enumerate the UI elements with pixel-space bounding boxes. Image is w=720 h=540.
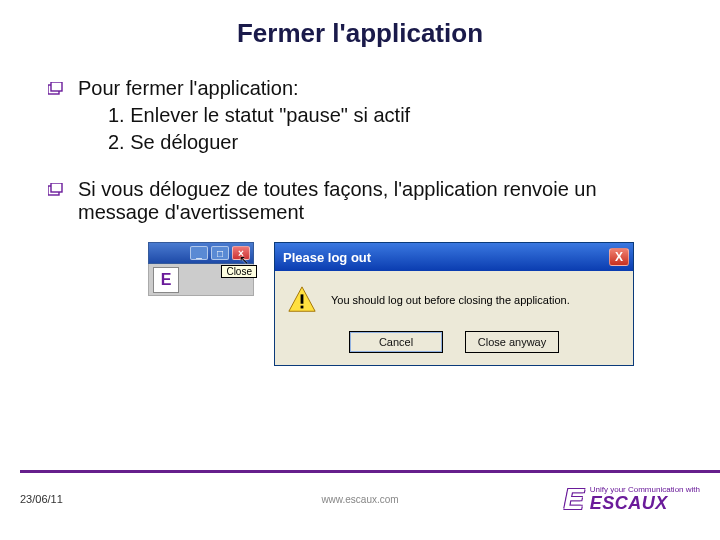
- svg-rect-3: [51, 183, 62, 192]
- bullet-2: Si vous déloguez de toutes façons, l'app…: [48, 178, 680, 224]
- minimize-icon: _: [190, 246, 208, 260]
- numbered-item-1: 1. Enlever le statut "pause" si actif: [108, 102, 680, 129]
- bullet-1-text: Pour fermer l'application:: [78, 77, 299, 100]
- footer-url: www.escaux.com: [321, 494, 398, 505]
- maximize-icon: □: [211, 246, 229, 260]
- mini-titlebar: _ □ × ↖ Close: [148, 242, 254, 264]
- brand-logo-icon: E: [564, 482, 584, 516]
- warning-icon: [287, 285, 317, 315]
- svg-rect-5: [301, 294, 304, 303]
- dialog-body: You should log out before closing the ap…: [275, 271, 633, 365]
- dialog-titlebar: Please log out X: [275, 243, 633, 271]
- dialog-buttons: Cancel Close anyway: [287, 331, 621, 353]
- close-anyway-button[interactable]: Close anyway: [465, 331, 559, 353]
- app-logo-icon: E: [153, 267, 179, 293]
- dialog-close-button[interactable]: X: [609, 248, 629, 266]
- dialog-message: You should log out before closing the ap…: [331, 294, 570, 306]
- footer-date: 23/06/11: [20, 493, 63, 505]
- slide-content: Pour fermer l'application: 1. Enlever le…: [0, 49, 720, 366]
- cancel-button[interactable]: Cancel: [349, 331, 443, 353]
- logout-dialog: Please log out X You should log out befo…: [274, 242, 634, 366]
- bullet-1: Pour fermer l'application:: [48, 77, 680, 100]
- screenshots-row: _ □ × ↖ Close E Please log out X You: [48, 242, 680, 366]
- bullet-icon: [48, 82, 64, 96]
- brand: E Unify your Communication with ESCAUX: [564, 482, 700, 516]
- bullet-2-text: Si vous déloguez de toutes façons, l'app…: [78, 178, 680, 224]
- mini-titlebar-screenshot: _ □ × ↖ Close E: [148, 242, 254, 296]
- numbered-list: 1. Enlever le statut "pause" si actif 2.…: [48, 102, 680, 156]
- slide-title: Fermer l'application: [0, 0, 720, 49]
- brand-name: ESCAUX: [590, 494, 700, 512]
- footer: 23/06/11 www.escaux.com E Unify your Com…: [0, 482, 720, 516]
- svg-rect-6: [301, 306, 304, 309]
- footer-divider: [20, 470, 720, 473]
- bullet-icon: [48, 183, 64, 197]
- numbered-item-2: 2. Se déloguer: [108, 129, 680, 156]
- svg-rect-1: [51, 82, 62, 91]
- dialog-title-text: Please log out: [283, 250, 371, 265]
- close-tooltip: Close: [221, 265, 257, 278]
